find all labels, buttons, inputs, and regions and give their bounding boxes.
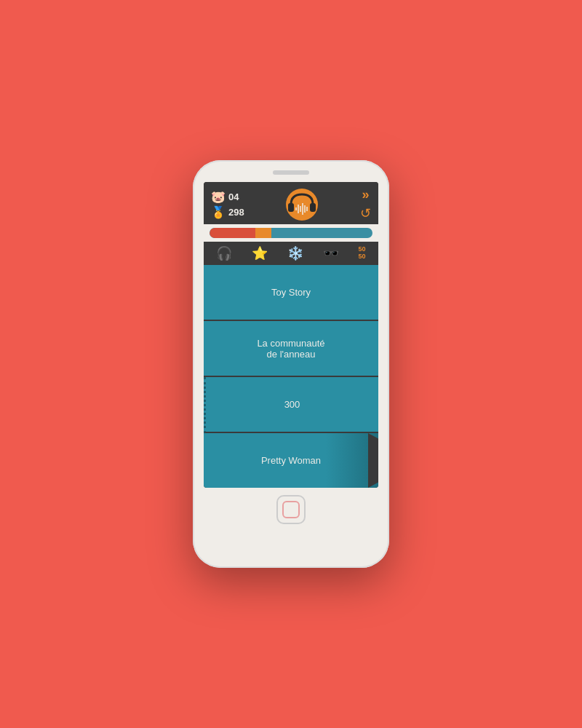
progress-area	[204, 224, 378, 242]
powerup-glasses[interactable]: 🕶️	[323, 245, 339, 261]
powerup-star[interactable]: ⭐	[252, 245, 268, 261]
chef-score-row: 🏅 298	[211, 205, 244, 219]
answer-4[interactable]: Pretty Woman	[204, 433, 378, 488]
refresh-icon[interactable]: ↺	[360, 205, 371, 221]
answer-4-text: Pretty Woman	[261, 455, 321, 466]
fifty-bottom: 50	[359, 253, 366, 261]
answer-1[interactable]: Toy Story	[204, 265, 378, 321]
home-button[interactable]	[276, 495, 306, 524]
powerup-freeze[interactable]: ❄️	[287, 245, 303, 261]
pig-icon: 🐷	[211, 190, 226, 204]
next-icon[interactable]: »	[362, 188, 369, 201]
chef-icon: 🏅	[211, 205, 226, 219]
progress-orange	[255, 228, 271, 238]
answer-2[interactable]: La communautéde l'anneau	[204, 321, 378, 377]
powerup-fifty-fifty[interactable]: 50 50	[359, 246, 366, 261]
powerups-row: 🎧 ⭐ ❄️ 🕶️ 50 50	[204, 242, 378, 265]
svg-rect-2	[310, 203, 316, 212]
home-button-inner	[282, 501, 300, 518]
phone-speaker	[273, 170, 309, 175]
progress-red	[210, 228, 255, 238]
svg-rect-1	[288, 203, 294, 212]
app-header: 🐷 04 🏅 298	[204, 182, 378, 224]
headphones-logo	[282, 189, 322, 221]
pig-score-value: 04	[228, 191, 239, 202]
score-area: 🐷 04 🏅 298	[211, 190, 244, 219]
answer-3[interactable]: 300	[204, 377, 378, 433]
answer-1-text: Toy Story	[271, 287, 311, 298]
answer-3-text: 300	[284, 399, 300, 410]
phone-frame: 🐷 04 🏅 298	[193, 160, 389, 568]
answers-area: Toy Story La communautéde l'anneau 300 P…	[204, 265, 378, 488]
headphones-area	[282, 189, 322, 221]
chef-score-value: 298	[228, 207, 244, 218]
phone-screen: 🐷 04 🏅 298	[204, 182, 378, 488]
controls-area: » ↺	[360, 188, 371, 221]
powerup-headphones[interactable]: 🎧	[216, 245, 232, 261]
pig-score-row: 🐷 04	[211, 190, 244, 204]
answer-2-text: La communautéde l'anneau	[257, 338, 324, 360]
progress-bar	[210, 228, 372, 238]
